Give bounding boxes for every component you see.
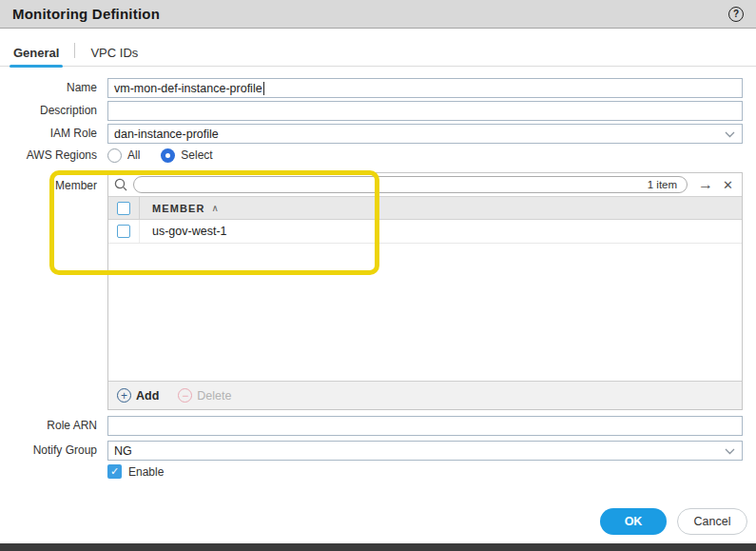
enable-checkbox[interactable]: ✓ — [107, 464, 122, 479]
plus-circle-icon: + — [117, 388, 131, 403]
column-header-member[interactable]: MEMBER ∧ — [140, 203, 220, 214]
name-label: Name — [0, 78, 103, 98]
search-icon[interactable] — [113, 177, 128, 192]
member-label-row: Member — [0, 176, 103, 196]
aws-regions-label: AWS Regions — [0, 147, 103, 164]
member-label: Member — [0, 176, 103, 196]
enable-row: ✓ Enable — [107, 464, 164, 479]
monitoring-definition-dialog: Monitoring Definition ? General VPC IDs … — [0, 0, 756, 551]
role-arn-row: Role ARN — [0, 416, 103, 436]
member-search-input[interactable] — [144, 178, 648, 191]
tab-general[interactable]: General — [11, 42, 61, 66]
table-row[interactable]: us-gov-west-1 — [108, 220, 742, 244]
radio-all[interactable] — [107, 148, 122, 163]
iam-role-row: IAM Role dan-instance-profile — [0, 124, 103, 144]
dialog-footer-buttons: OK Cancel — [600, 508, 747, 535]
member-table-widget: 1 item → ✕ MEMBER ∧ us-gov-west-1 + Add … — [107, 172, 743, 410]
apply-filter-arrow-icon[interactable]: → — [698, 176, 713, 193]
delete-button[interactable]: − Delete — [178, 388, 231, 403]
role-arn-label: Role ARN — [0, 416, 103, 436]
description-row: Description — [0, 101, 103, 121]
chevron-down-icon — [725, 448, 735, 455]
aws-regions-radio-group: All Select — [107, 147, 743, 164]
radio-select[interactable] — [161, 148, 175, 163]
notify-group-row: Notify Group NG — [0, 441, 103, 461]
member-cell: us-gov-west-1 — [140, 225, 227, 238]
description-label: Description — [0, 101, 103, 121]
radio-select-label[interactable]: Select — [181, 148, 212, 162]
member-search-pill: 1 item — [133, 176, 688, 193]
select-all-checkbox[interactable] — [117, 202, 130, 215]
radio-all-label[interactable]: All — [127, 148, 140, 162]
dialog-header: Monitoring Definition ? — [0, 0, 756, 29]
aws-regions-row: AWS Regions All Select — [0, 147, 103, 164]
sort-asc-icon: ∧ — [212, 203, 220, 213]
help-icon[interactable]: ? — [728, 7, 744, 22]
add-button[interactable]: + Add — [117, 388, 159, 403]
minus-circle-icon: − — [178, 388, 192, 403]
dialog-bottom-edge — [0, 543, 756, 551]
row-checkbox[interactable] — [117, 225, 130, 238]
item-count: 1 item — [648, 179, 677, 190]
notify-group-label: Notify Group — [0, 441, 103, 461]
name-input[interactable]: vm-mon-def-instance-profile — [107, 78, 743, 98]
tab-bar: General VPC IDs — [0, 40, 756, 67]
ok-button[interactable]: OK — [600, 508, 667, 535]
member-toolbar: 1 item → ✕ — [108, 173, 742, 196]
description-input[interactable] — [107, 101, 743, 121]
iam-role-select[interactable]: dan-instance-profile — [107, 124, 743, 144]
cancel-button[interactable]: Cancel — [677, 508, 747, 535]
text-caret — [263, 82, 264, 95]
member-table-header: MEMBER ∧ — [108, 196, 742, 220]
iam-role-label: IAM Role — [0, 124, 103, 144]
member-table-empty-area — [108, 244, 742, 381]
clear-filter-icon[interactable]: ✕ — [723, 178, 733, 192]
enable-label[interactable]: Enable — [128, 465, 164, 479]
chevron-down-icon — [725, 131, 735, 138]
tab-separator — [74, 43, 75, 58]
tab-vpc-ids[interactable]: VPC IDs — [88, 42, 140, 66]
role-arn-input[interactable] — [107, 416, 743, 436]
page-title: Monitoring Definition — [12, 6, 160, 22]
notify-group-select[interactable]: NG — [107, 441, 743, 461]
name-row: Name vm-mon-def-instance-profile — [0, 78, 103, 98]
member-table-footer: + Add − Delete — [108, 381, 742, 409]
